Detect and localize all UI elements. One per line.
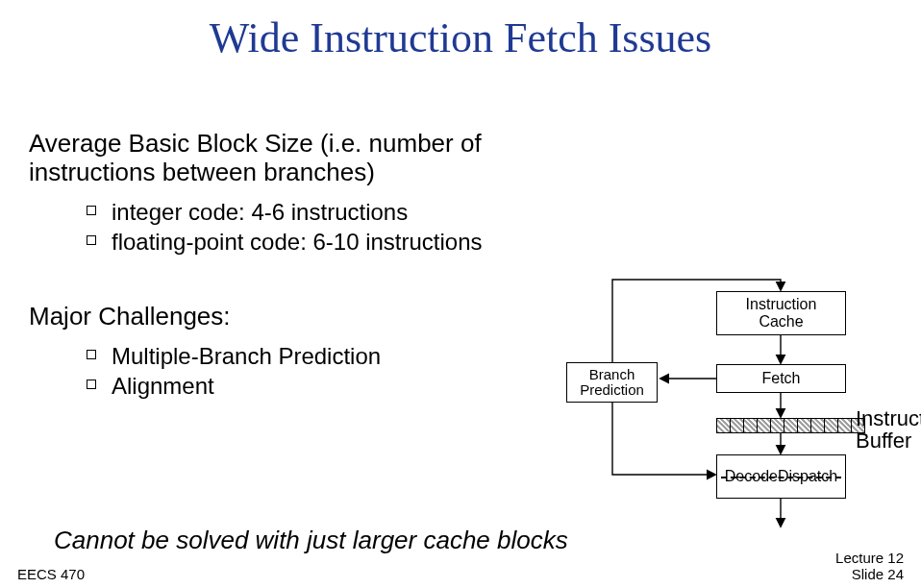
avg-block-bullets: integer code: 4-6 instructions floating-… bbox=[87, 197, 483, 257]
challenges-bullets: Multiple-Branch Prediction Alignment bbox=[87, 341, 381, 401]
bullet-item: Alignment bbox=[87, 371, 381, 401]
footer-course: EECS 470 bbox=[17, 566, 85, 582]
square-bullet-icon bbox=[87, 206, 96, 215]
bullet-item: floating-point code: 6-10 instructions bbox=[87, 227, 483, 257]
footer-right: Lecture 12 Slide 24 bbox=[835, 551, 904, 582]
bullet-text: floating-point code: 6-10 instructions bbox=[112, 229, 483, 255]
slide: Wide Instruction Fetch Issues Average Ba… bbox=[0, 0, 921, 588]
bullet-text: integer code: 4-6 instructions bbox=[112, 199, 408, 225]
bullet-item: integer code: 4-6 instructions bbox=[87, 197, 483, 227]
challenges-heading: Major Challenges: bbox=[29, 303, 231, 331]
bullet-item: Multiple-Branch Prediction bbox=[87, 341, 381, 371]
footer-lecture: Lecture 12 bbox=[835, 551, 904, 567]
square-bullet-icon bbox=[87, 350, 96, 359]
avg-block-heading: Average Basic Block Size (i.e. number of… bbox=[29, 130, 529, 187]
bullet-text: Multiple-Branch Prediction bbox=[112, 343, 381, 369]
slide-title: Wide Instruction Fetch Issues bbox=[0, 13, 921, 62]
footer-slide: Slide 24 bbox=[835, 567, 904, 583]
diagram-arrows bbox=[519, 274, 913, 543]
bullet-text: Alignment bbox=[112, 373, 214, 399]
square-bullet-icon bbox=[87, 380, 96, 389]
square-bullet-icon bbox=[87, 235, 96, 245]
conclusion-text: Cannot be solved with just larger cache … bbox=[54, 526, 568, 555]
pipeline-diagram: Instruction Cache Fetch Branch Predictio… bbox=[519, 274, 913, 543]
